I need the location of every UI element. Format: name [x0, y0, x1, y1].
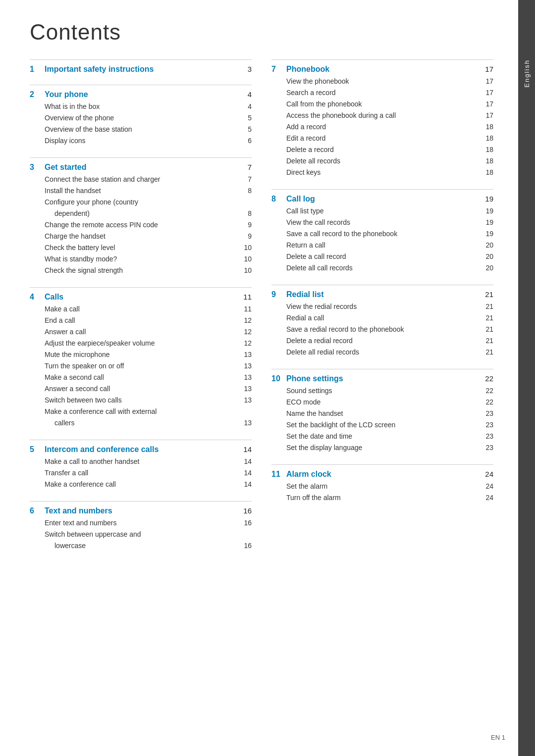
section-title: Phonebook — [286, 65, 481, 74]
section-page-number: 3 — [239, 65, 252, 73]
section-page-number: 16 — [239, 506, 252, 515]
toc-item: Make a call11 — [30, 303, 252, 315]
toc-item: Delete a record18 — [271, 144, 493, 155]
section-title: Text and numbers — [45, 506, 239, 515]
toc-item: Change the remote access PIN code9 — [30, 219, 252, 231]
toc-item: Set the display language23 — [271, 442, 493, 454]
toc-item-title: Answer a second call — [45, 384, 239, 394]
toc-item-title: Make a call — [45, 304, 239, 314]
toc-item-title: Configure your phone (country — [45, 197, 239, 207]
toc-item-title: Sound settings — [286, 386, 481, 396]
toc-item-page: 21 — [481, 337, 493, 345]
toc-item-title: Delete all call records — [286, 263, 481, 273]
toc-item: Charge the handset9 — [30, 231, 252, 242]
toc-item-page: 18 — [481, 168, 493, 176]
toc-section: 9Redial list21View the redial records21R… — [271, 285, 493, 358]
section-header: 7Phonebook17 — [271, 65, 493, 74]
toc-item-title: Save a redial record to the phonebook — [286, 324, 481, 335]
toc-item-title: Overview of the base station — [45, 124, 239, 135]
toc-section: 4Calls11Make a call11End a call12Answer … — [30, 287, 252, 429]
toc-item-page: 18 — [481, 123, 493, 131]
toc-item-title: View the call records — [286, 217, 481, 228]
toc-item-page: 10 — [239, 255, 252, 263]
toc-item-page: 7 — [239, 175, 252, 183]
section-title: Call log — [286, 195, 481, 203]
toc-item-title: Enter text and numbers — [45, 518, 239, 528]
toc-item-page: 16 — [239, 519, 252, 527]
toc-item-page: 22 — [481, 387, 493, 395]
toc-item: Overview of the phone5 — [30, 112, 252, 124]
section-header: 2Your phone4 — [30, 90, 252, 99]
toc-item-page: 20 — [481, 241, 493, 249]
toc-item-title: Check the signal strength — [45, 265, 239, 276]
toc-item-page: 14 — [239, 469, 252, 477]
section-header: 10Phone settings22 — [271, 374, 493, 383]
toc-item-page: 18 — [481, 146, 493, 153]
toc-item: ECO mode22 — [271, 397, 493, 408]
toc-item-title: Set the display language — [286, 443, 481, 453]
toc-item: Display icons6 — [30, 135, 252, 147]
toc-item-title: Return a call — [286, 240, 481, 251]
section-header: 4Calls11 — [30, 293, 252, 302]
toc-item-title: What is standby mode? — [45, 254, 239, 264]
toc-item-title: Answer a call — [45, 327, 239, 337]
toc-item-page: 20 — [481, 264, 493, 272]
section-header: 9Redial list21 — [271, 290, 493, 299]
toc-item-title: Set the alarm — [286, 481, 481, 492]
toc-item: Enter text and numbers16 — [30, 517, 252, 529]
footer: EN 1 — [491, 734, 505, 741]
toc-item: Call from the phonebook17 — [271, 99, 493, 110]
section-header: 11Alarm clock24 — [271, 470, 493, 479]
toc-item-title: Set the backlight of the LCD screen — [286, 420, 481, 430]
side-tab-label: English — [523, 59, 531, 88]
toc-item-page: 24 — [481, 494, 493, 502]
toc-item-page: 6 — [239, 137, 252, 145]
toc-item-title: Set the date and time — [286, 431, 481, 442]
toc-item-page: 21 — [481, 302, 493, 310]
toc-item-page: 9 — [239, 221, 252, 229]
toc-item: Make a call to another handset14 — [30, 456, 252, 467]
section-header: 6Text and numbers16 — [30, 506, 252, 515]
toc-item: Call list type19 — [271, 205, 493, 217]
toc-section: 10Phone settings22Sound settings22ECO mo… — [271, 369, 493, 454]
toc-item-page: 5 — [239, 125, 252, 133]
toc-item-title: Add a record — [286, 122, 481, 132]
toc-item-page: 5 — [239, 114, 252, 122]
toc-item-title: Call from the phonebook — [286, 99, 481, 109]
section-page-number: 24 — [481, 470, 493, 478]
toc-item-title: View the redial records — [286, 302, 481, 312]
section-title: Calls — [45, 293, 239, 302]
toc-item-page: 21 — [481, 325, 493, 333]
toc-item: Save a call record to the phonebook19 — [271, 228, 493, 240]
toc-item-title: Overview of the phone — [45, 113, 239, 123]
section-number: 5 — [30, 445, 42, 454]
toc-item-page: 4 — [239, 102, 252, 110]
toc-item-title: Switch between two calls — [45, 395, 239, 405]
toc-item-page: 9 — [239, 232, 252, 240]
toc-item: dependent)8 — [30, 208, 252, 219]
page-title: Contents — [30, 20, 493, 45]
toc-item-title: Access the phonebook during a call — [286, 110, 481, 121]
toc-item: What is standby mode?10 — [30, 253, 252, 265]
toc-left-column: 1Important safety instructions32Your pho… — [30, 59, 252, 562]
toc-item-title: Install the handset — [45, 186, 239, 196]
toc-item-page: 23 — [481, 421, 493, 429]
toc-item-page: 17 — [481, 89, 493, 97]
section-header: 8Call log19 — [271, 195, 493, 203]
toc-item-page: 23 — [481, 409, 493, 417]
toc-item: Make a conference call with external — [30, 406, 252, 417]
toc-item: Set the alarm24 — [271, 481, 493, 492]
toc-item-title: Mute the microphone — [45, 350, 239, 360]
toc-item-page: 12 — [239, 328, 252, 336]
section-number: 3 — [30, 163, 42, 172]
toc-item: Delete all redial records21 — [271, 347, 493, 358]
toc-item-page: 22 — [481, 398, 493, 406]
toc-item-page: 14 — [239, 457, 252, 465]
section-title: Phone settings — [286, 374, 481, 383]
section-number: 2 — [30, 90, 42, 99]
toc-item: Configure your phone (country — [30, 197, 252, 208]
section-title: Your phone — [45, 90, 239, 99]
toc-item: callers13 — [30, 417, 252, 429]
section-title: Important safety instructions — [45, 65, 239, 74]
toc-item: Install the handset8 — [30, 185, 252, 197]
